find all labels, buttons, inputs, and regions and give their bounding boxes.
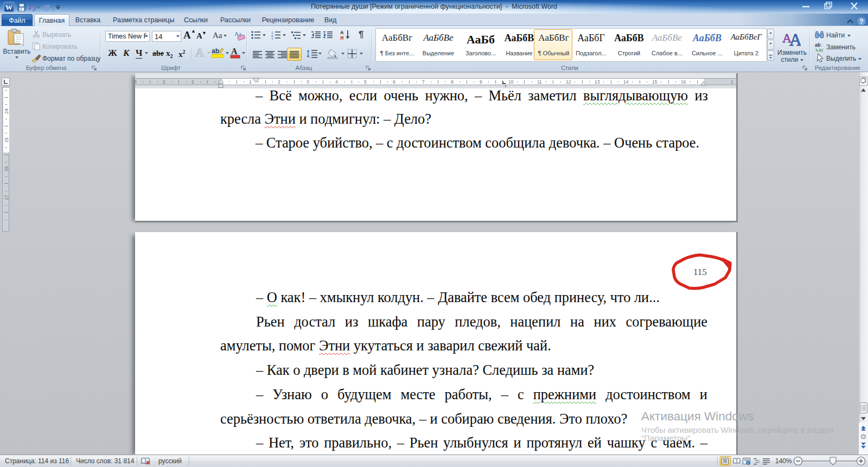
svg-text:3.: 3. <box>271 37 274 40</box>
svg-text:А: А <box>340 30 344 35</box>
svg-text:A: A <box>789 30 801 47</box>
svg-text:?: ? <box>859 18 863 25</box>
svg-text:А: А <box>231 47 238 56</box>
svg-text:W: W <box>5 3 12 11</box>
svg-text:ab: ab <box>212 47 219 55</box>
svg-text:↳ас: ↳ас <box>815 47 824 52</box>
svg-text:Я: Я <box>340 35 343 40</box>
